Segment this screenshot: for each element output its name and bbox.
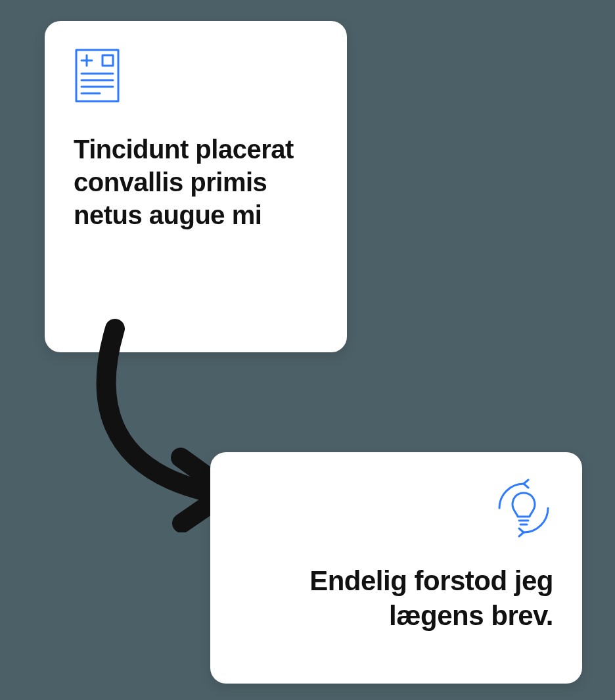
svg-rect-3 bbox=[102, 55, 113, 66]
source-card-title: Tincidunt placerat convallis primis netu… bbox=[74, 133, 318, 231]
lightbulb-refresh-icon bbox=[239, 478, 553, 538]
result-card-title: Endelig forstod jeg lægens brev. bbox=[239, 564, 553, 633]
result-card: Endelig forstod jeg lægens brev. bbox=[210, 452, 582, 684]
source-card: Tincidunt placerat convallis primis netu… bbox=[45, 21, 347, 352]
medical-document-icon bbox=[74, 47, 318, 106]
